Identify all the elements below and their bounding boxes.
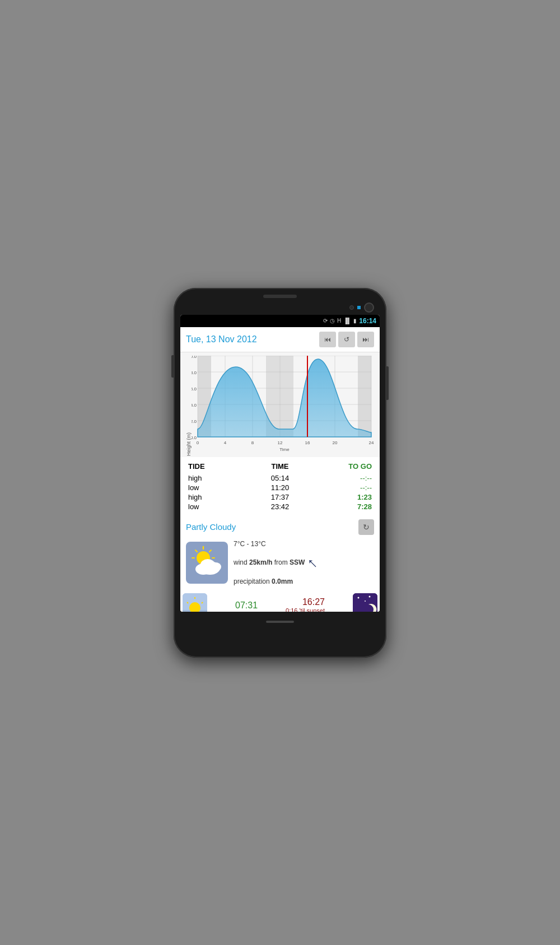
- svg-text:Time: Time: [279, 447, 290, 452]
- svg-text:4: 4: [224, 440, 227, 445]
- refresh-button[interactable]: ↻: [358, 519, 374, 535]
- home-indicator: [266, 621, 294, 623]
- phone-bottom: [180, 614, 380, 630]
- tide-togo-1: --:--: [311, 474, 372, 482]
- svg-rect-1: [358, 356, 371, 437]
- battery-icon: ▮: [353, 318, 357, 324]
- header-tide: TIDE: [188, 462, 249, 472]
- tide-time-2: 11:20: [249, 483, 310, 492]
- tide-row-4: low 23:42 7:28: [188, 502, 372, 511]
- status-time: 16:14: [359, 317, 376, 325]
- sunrise-icon-box: [183, 593, 207, 612]
- tide-table-header: TIDE TIME TO GO: [188, 462, 372, 472]
- app-header: Tue, 13 Nov 2012 ⏮ ↺ ⏭: [180, 327, 380, 352]
- svg-text:10.0: 10.0: [192, 356, 197, 359]
- svg-line-46: [187, 602, 188, 603]
- tide-togo-3: 1:23: [311, 493, 372, 501]
- weather-title: Partly Cloudy: [186, 522, 236, 532]
- tide-table: TIDE TIME TO GO high 05:14 --:-- low 11:…: [180, 457, 380, 516]
- svg-text:24: 24: [369, 440, 374, 445]
- weather-wind-row: wind 25km/h from SSW ↑: [234, 550, 374, 576]
- svg-text:12: 12: [278, 440, 283, 445]
- power-button[interactable]: [386, 366, 389, 400]
- tide-type-1: high: [188, 474, 249, 482]
- weather-temp: 7°C - 13°C: [234, 538, 374, 550]
- svg-point-50: [357, 597, 359, 598]
- alarm-icon: ◷: [330, 318, 335, 324]
- chart-svg: 10.0 8.0 6.0 4.0 2.0 0.0: [192, 356, 377, 454]
- header-to-go: TO GO: [311, 462, 372, 471]
- speaker: [263, 295, 297, 298]
- sunrise-time: 07:31: [235, 600, 258, 611]
- svg-text:8.0: 8.0: [192, 370, 197, 375]
- header-date: Tue, 13 Nov 2012: [186, 334, 257, 345]
- header-time: TIME: [249, 462, 310, 472]
- tide-row-1: high 05:14 --:--: [188, 473, 372, 483]
- tide-type-3: high: [188, 493, 249, 501]
- reset-button[interactable]: ↺: [338, 332, 355, 347]
- sensor: [357, 306, 361, 309]
- camera-row: [180, 302, 380, 313]
- tide-togo-4: 7:28: [311, 502, 372, 511]
- front-camera: [349, 305, 354, 310]
- tide-togo-2: --:--: [311, 483, 372, 492]
- svg-point-51: [368, 595, 370, 597]
- wind-dir: SSW: [290, 558, 305, 566]
- weather-body: 7°C - 13°C wind 25km/h from SSW ↑ precip…: [186, 538, 374, 588]
- rear-camera: [364, 302, 374, 313]
- svg-text:2.0: 2.0: [192, 419, 197, 424]
- sunset-icon-svg: [353, 593, 377, 612]
- rotate-icon: ⟳: [323, 318, 328, 324]
- phone-frame: ⟳ ◷ H ▐▌ ▮ 16:14 Tue, 13 Nov 2012 ⏮ ↺ ⏭ …: [174, 288, 386, 658]
- precip-value: 0.0mm: [272, 578, 293, 585]
- svg-text:8: 8: [251, 440, 254, 445]
- header-controls: ⏮ ↺ ⏭: [319, 332, 374, 347]
- tide-chart: Height (m): [180, 352, 380, 457]
- weather-icon-box: [186, 542, 228, 584]
- chart-main: 10.0 8.0 6.0 4.0 2.0 0.0: [192, 356, 377, 456]
- svg-text:16: 16: [305, 440, 310, 445]
- svg-point-41: [210, 562, 221, 571]
- tide-row-3: high 17:37 1:23: [188, 492, 372, 502]
- svg-line-47: [202, 602, 203, 603]
- sunset-block: 16:27 0:16 'til sunset: [286, 597, 325, 612]
- h-icon: H: [337, 318, 341, 324]
- wind-label: wind 25km/h from SSW: [234, 557, 305, 568]
- svg-line-37: [209, 550, 211, 552]
- tide-time-1: 05:14: [249, 474, 310, 482]
- svg-point-52: [365, 600, 366, 602]
- weather-icon-svg: [188, 544, 227, 581]
- weather-header: Partly Cloudy ↻: [186, 519, 374, 535]
- weather-section: Partly Cloudy ↻: [180, 516, 380, 591]
- sunset-time: 16:27: [302, 597, 325, 607]
- tide-row-2: low 11:20 --:--: [188, 483, 372, 492]
- tide-time-4: 23:42: [249, 502, 310, 511]
- sunrise-icon-svg: [183, 593, 207, 612]
- svg-line-36: [195, 550, 197, 552]
- weather-precip: precipitation 0.0mm: [234, 576, 374, 587]
- tide-time-3: 17:37: [249, 493, 310, 501]
- volume-button[interactable]: [171, 355, 174, 378]
- next-button[interactable]: ⏭: [357, 332, 374, 347]
- phone-screen: ⟳ ◷ H ▐▌ ▮ 16:14 Tue, 13 Nov 2012 ⏮ ↺ ⏭ …: [180, 315, 380, 612]
- prev-button[interactable]: ⏮: [319, 332, 336, 347]
- signal-icon: ▐▌: [343, 318, 351, 324]
- tide-type-2: low: [188, 483, 249, 492]
- wind-speed: 25km/h: [249, 558, 272, 566]
- status-bar: ⟳ ◷ H ▐▌ ▮ 16:14: [180, 315, 380, 327]
- weather-details: 7°C - 13°C wind 25km/h from SSW ↑ precip…: [234, 538, 374, 588]
- sunset-icon-box: [353, 593, 377, 612]
- svg-text:0.0: 0.0: [192, 435, 197, 440]
- svg-text:20: 20: [333, 440, 338, 445]
- svg-text:4.0: 4.0: [192, 403, 197, 408]
- svg-text:0: 0: [197, 440, 199, 445]
- sun-times: 07:31 16:27 0:16 'til sunset: [180, 591, 380, 612]
- svg-text:6.0: 6.0: [192, 387, 197, 392]
- tide-type-4: low: [188, 502, 249, 511]
- y-axis-label: Height (m): [185, 356, 192, 456]
- til-sunset-text: 0:16 'til sunset: [286, 607, 325, 612]
